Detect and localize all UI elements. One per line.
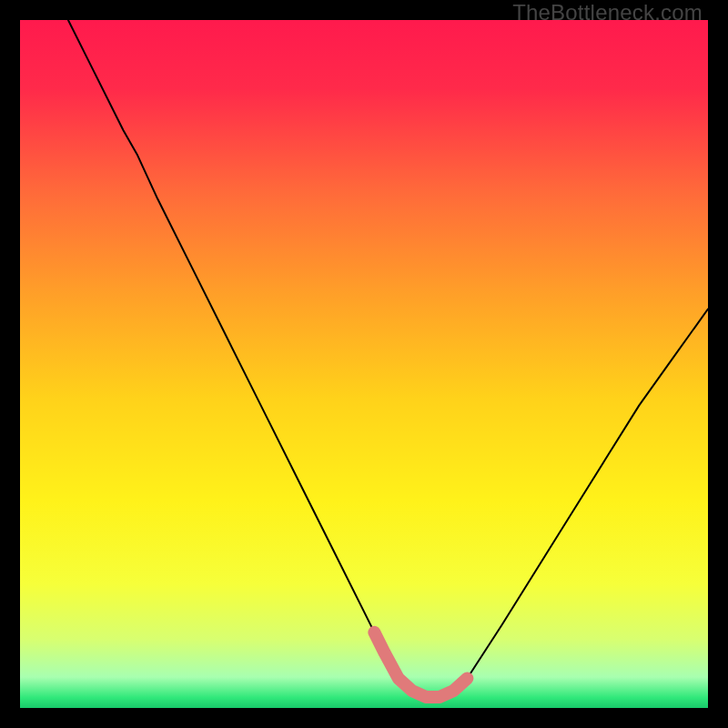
chart-frame: TheBottleneck.com — [0, 0, 728, 728]
chart-plot — [20, 20, 708, 708]
chart-svg — [20, 20, 708, 708]
watermark-text: TheBottleneck.com — [512, 0, 703, 25]
gradient-background — [20, 20, 708, 708]
